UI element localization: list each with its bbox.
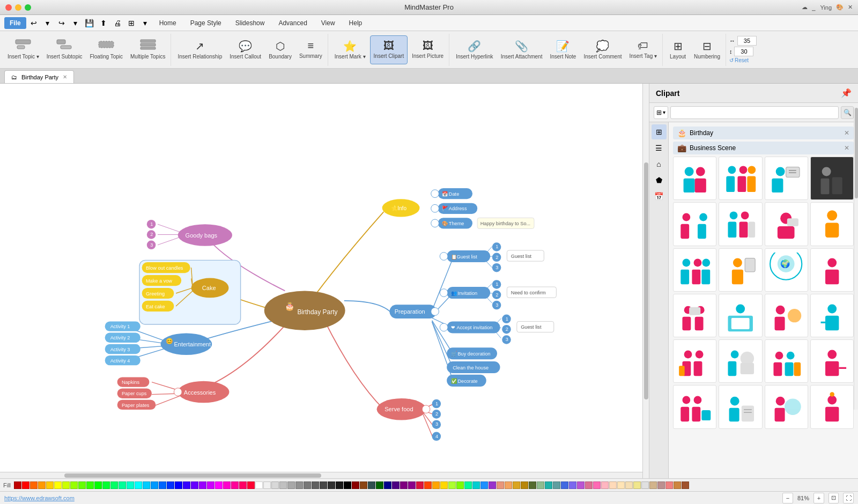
menu-help[interactable]: Help [343, 17, 369, 29]
clipart-side-btn-home[interactable]: ⌂ [652, 157, 667, 172]
color-swatch[interactable] [183, 481, 190, 489]
color-swatch[interactable] [62, 481, 70, 489]
color-swatch[interactable] [633, 481, 641, 489]
menu-page-style[interactable]: Page Style [184, 17, 228, 29]
clipart-search-input[interactable] [670, 106, 839, 119]
share-icon[interactable]: ⎯ [812, 4, 816, 11]
fit-page-button[interactable]: ⊡ [829, 493, 839, 503]
clipart-item-16[interactable] [810, 294, 854, 337]
theme-icon[interactable]: 🎨 [836, 4, 844, 11]
color-swatch[interactable] [223, 481, 231, 489]
color-swatch[interactable] [54, 481, 62, 489]
color-swatch[interactable] [569, 481, 576, 489]
clipart-content[interactable]: 🎂 Birthday ✕ 💼 Business Scene ✕ [669, 122, 858, 478]
color-swatch[interactable] [328, 481, 335, 489]
export-button[interactable]: ⬆ [97, 17, 110, 29]
layout-button[interactable]: ⊞ Layout [666, 35, 690, 64]
clipart-item-21[interactable] [673, 385, 716, 428]
clipart-item-1[interactable] [673, 157, 716, 200]
color-swatch[interactable] [657, 481, 665, 489]
color-swatch[interactable] [175, 481, 182, 489]
clipart-scrollbar[interactable] [854, 107, 858, 410]
color-swatch[interactable] [625, 481, 633, 489]
color-swatch[interactable] [151, 481, 158, 489]
zoom-in-button[interactable]: + [813, 493, 824, 503]
color-swatch[interactable] [617, 481, 625, 489]
close-button[interactable] [5, 4, 12, 11]
undo-arrow[interactable]: ▾ [41, 17, 54, 29]
save-button[interactable]: 💾 [83, 17, 96, 29]
help-icon[interactable]: ✕ [848, 4, 853, 11]
clipart-item-2[interactable] [719, 157, 762, 200]
color-swatch[interactable] [585, 481, 593, 489]
color-swatch[interactable] [344, 481, 351, 489]
category-dropdown[interactable]: ⊞ ▾ [654, 106, 668, 119]
vertical-scroll-thumb[interactable] [644, 162, 648, 399]
height-input[interactable]: 30 [734, 47, 753, 56]
color-swatch[interactable] [416, 481, 424, 489]
insert-hyperlink-button[interactable]: 🔗 Insert Hyperlink [453, 35, 496, 64]
color-swatch[interactable] [440, 481, 448, 489]
clipart-item-8[interactable] [810, 202, 854, 246]
color-swatch[interactable] [199, 481, 206, 489]
color-swatch[interactable] [489, 481, 496, 489]
color-swatch[interactable] [577, 481, 585, 489]
width-input[interactable]: 35 [737, 36, 757, 46]
insert-tag-button[interactable]: 🏷 Insert Tag ▾ [626, 35, 661, 64]
color-swatch[interactable] [255, 481, 263, 489]
floating-topic-button[interactable]: Floating Topic [86, 35, 126, 64]
horizontal-scrollbar[interactable] [0, 472, 642, 478]
clipart-item-13[interactable] [673, 294, 716, 337]
color-swatch[interactable] [521, 481, 528, 489]
color-swatch[interactable] [553, 481, 560, 489]
color-swatch[interactable] [159, 481, 166, 489]
color-swatch[interactable] [424, 481, 432, 489]
minimize-button[interactable] [15, 4, 21, 11]
clipart-item-4[interactable] [810, 157, 854, 200]
color-swatch[interactable] [295, 481, 303, 489]
color-swatch[interactable] [135, 481, 142, 489]
color-swatch[interactable] [408, 481, 416, 489]
color-swatch[interactable] [231, 481, 239, 489]
canvas-area[interactable]: 🎂 Birthday Party ⭐ Info 📅 Date 🚩 Address… [0, 84, 649, 478]
color-swatch[interactable] [665, 481, 673, 489]
clipart-item-6[interactable] [719, 202, 762, 246]
color-swatch[interactable] [271, 481, 279, 489]
insert-mark-button[interactable]: ⭐ Insert Mark ▾ [331, 35, 369, 64]
tab-birthday-party[interactable]: 🗂 Birthday Party ✕ [4, 70, 74, 83]
clipart-side-btn-shape[interactable]: ⬟ [652, 173, 667, 188]
color-swatch[interactable] [102, 481, 110, 489]
color-swatch[interactable] [110, 481, 118, 489]
color-swatch[interactable] [505, 481, 512, 489]
insert-relationship-button[interactable]: ↗ Insert Relationship [174, 35, 225, 64]
color-swatch[interactable] [279, 481, 287, 489]
business-category-close[interactable]: ✕ [844, 144, 849, 152]
clipart-item-24[interactable] [810, 385, 854, 428]
color-swatch[interactable] [649, 481, 657, 489]
color-swatch[interactable] [70, 481, 78, 489]
maximize-button[interactable] [25, 4, 31, 11]
clipart-item-23[interactable] [765, 385, 808, 428]
color-swatch[interactable] [46, 481, 54, 489]
color-swatch[interactable] [529, 481, 536, 489]
multiple-topics-button[interactable]: Multiple Topics [127, 35, 168, 64]
color-swatch[interactable] [472, 481, 480, 489]
color-swatch[interactable] [78, 481, 86, 489]
color-swatch[interactable] [167, 481, 174, 489]
redo-arrow[interactable]: ▾ [69, 17, 82, 29]
color-swatch[interactable] [545, 481, 552, 489]
clipart-item-3[interactable] [765, 157, 808, 200]
color-swatch[interactable] [263, 481, 271, 489]
color-swatch[interactable] [456, 481, 464, 489]
color-swatch[interactable] [312, 481, 319, 489]
color-swatch[interactable] [86, 481, 94, 489]
color-swatch[interactable] [247, 481, 255, 489]
insert-clipart-button[interactable]: 🖼 Insert Clipart [370, 35, 408, 64]
clipart-pin-icon[interactable]: 📌 [841, 88, 852, 98]
undo-button[interactable]: ↩ [27, 17, 40, 29]
color-swatch[interactable] [392, 481, 400, 489]
color-swatch[interactable] [239, 481, 247, 489]
color-swatch[interactable] [593, 481, 601, 489]
color-swatch[interactable] [94, 481, 102, 489]
color-swatch[interactable] [287, 481, 295, 489]
